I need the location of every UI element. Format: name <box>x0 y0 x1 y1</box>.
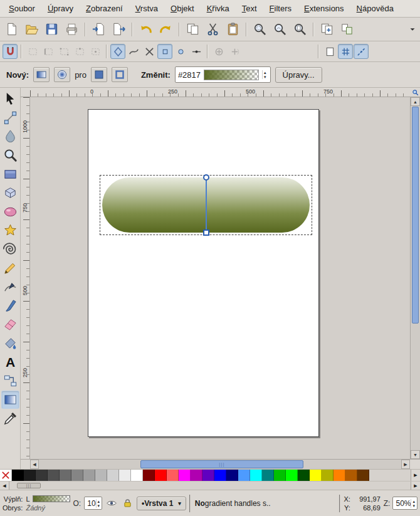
scroll-right-arrow[interactable]: ▶ <box>401 460 410 469</box>
snap-nodes-button[interactable] <box>110 44 125 59</box>
zoom-selection-button[interactable] <box>250 19 270 39</box>
opacity-spinbox[interactable]: 10 ▴▾ <box>84 497 102 510</box>
enable-snapping-button[interactable] <box>3 44 18 59</box>
snap-smooth-nodes-button[interactable] <box>173 44 188 59</box>
scroll-left-arrow[interactable]: ◀ <box>30 460 39 469</box>
print-document-button[interactable] <box>62 19 81 39</box>
tweak-tool-button[interactable] <box>1 127 19 145</box>
toolbar-overflow-chevron[interactable] <box>407 22 418 37</box>
palette-swatch[interactable] <box>179 470 191 481</box>
gradient-combo-spinner[interactable]: ▴▾ <box>262 70 268 79</box>
star-tool-button[interactable] <box>1 221 19 240</box>
canvas[interactable] <box>30 97 410 459</box>
spin-down-icon[interactable]: ▾ <box>264 75 266 79</box>
sticky-zoom-toggle[interactable] <box>410 88 420 97</box>
palette-swatch[interactable] <box>24 470 36 481</box>
palette-swatch[interactable] <box>95 470 107 481</box>
layer-lock-toggle[interactable] <box>121 497 134 510</box>
spiral-tool-button[interactable] <box>1 240 19 258</box>
palette-swatch[interactable] <box>322 470 333 481</box>
palette-scrollbar[interactable]: ◀ ||| ▶ <box>0 481 420 490</box>
zoom-drawing-button[interactable] <box>270 19 290 39</box>
menu-item[interactable]: Zobrazení <box>80 1 129 16</box>
import-document-button[interactable] <box>89 19 108 39</box>
palette-scrollbar-right-arrow[interactable]: ▶ <box>411 482 420 490</box>
zoom-page-button[interactable] <box>290 19 310 39</box>
horizontal-scrollbar[interactable]: ◀ ||| ▶ <box>30 459 410 469</box>
palette-swatch[interactable] <box>191 470 202 481</box>
paste-button[interactable] <box>223 19 243 39</box>
pen-tool-button[interactable] <box>1 278 19 296</box>
zoom-value[interactable]: 50% <box>396 499 411 508</box>
snap-path-intersections-button[interactable] <box>142 44 157 59</box>
snap-to-grid-button[interactable] <box>338 44 353 59</box>
vertical-scroll-thumb[interactable] <box>412 107 419 324</box>
copy-button[interactable] <box>183 19 202 39</box>
vertical-scrollbar[interactable]: ▲ ▼ <box>410 97 420 459</box>
palette-swatch[interactable] <box>286 470 298 481</box>
snap-bbox-centers-button[interactable] <box>88 44 103 59</box>
save-document-button[interactable] <box>42 19 61 39</box>
undo-button[interactable] <box>136 19 155 39</box>
zoom-spinner[interactable]: ▴▾ <box>411 499 416 508</box>
palette-scrollbar-trough[interactable] <box>41 482 411 490</box>
palette-swatch[interactable] <box>262 470 274 481</box>
vertical-ruler[interactable]: 1000 750 500 250 <box>21 97 30 459</box>
layer-selector[interactable]: •Vrstva 1 ▾ <box>137 497 186 510</box>
fill-gradient-swatch[interactable] <box>33 495 70 502</box>
palette-swatch[interactable] <box>36 470 48 481</box>
menu-item[interactable]: Vrstva <box>129 1 164 16</box>
snap-bbox-corners-button[interactable] <box>56 44 71 59</box>
snap-bounding-box-button[interactable] <box>25 44 40 59</box>
redo-button[interactable] <box>156 19 176 39</box>
snap-to-guides-button[interactable] <box>354 44 369 59</box>
palette-swatch[interactable] <box>238 470 250 481</box>
palette-swatch[interactable] <box>12 470 24 481</box>
spin-down-icon[interactable]: ▾ <box>412 503 415 508</box>
connector-tool-button[interactable] <box>1 372 19 390</box>
zoom-spinbox[interactable]: 50% ▴▾ <box>392 497 417 510</box>
palette-swatch[interactable] <box>298 470 310 481</box>
palette-swatch[interactable] <box>48 470 60 481</box>
spin-down-icon[interactable]: ▾ <box>98 503 100 508</box>
gradient-select-combo[interactable]: #2817 ▴▾ <box>175 66 271 83</box>
opacity-spinner[interactable]: ▴▾ <box>96 499 102 508</box>
palette-swatch[interactable] <box>83 470 95 481</box>
linear-gradient-button[interactable] <box>33 67 50 82</box>
palette-swatch[interactable] <box>60 470 71 481</box>
palette-swatch[interactable] <box>274 470 286 481</box>
spin-up-icon[interactable]: ▴ <box>264 70 266 75</box>
horizontal-ruler[interactable]: 0 250 500 750 <box>30 88 410 97</box>
scroll-down-arrow[interactable]: ▼ <box>411 450 420 459</box>
gradient-on-fill-button[interactable] <box>91 67 107 82</box>
palette-swatch[interactable] <box>357 470 369 481</box>
palette-swatch[interactable] <box>143 470 155 481</box>
palette-swatch[interactable] <box>226 470 238 481</box>
horizontal-scroll-trough[interactable]: ||| <box>39 460 401 469</box>
menu-item[interactable]: Objekt <box>164 1 201 16</box>
palette-swatch[interactable] <box>333 470 345 481</box>
no-color-swatch[interactable] <box>0 470 12 481</box>
spin-up-icon[interactable]: ▴ <box>412 499 415 503</box>
snap-line-midpoints-button[interactable] <box>189 44 204 59</box>
export-document-button[interactable] <box>109 19 129 39</box>
menu-item[interactable]: Extensions <box>298 1 350 16</box>
pencil-tool-button[interactable] <box>1 259 19 277</box>
eraser-tool-button[interactable] <box>1 315 19 334</box>
calligraphy-tool-button[interactable] <box>1 297 19 315</box>
gradient-line[interactable] <box>206 177 207 233</box>
gradient-tool-button[interactable] <box>1 391 19 409</box>
palette-scrollbar-thumb[interactable]: ||| <box>17 483 41 488</box>
page[interactable] <box>88 109 319 437</box>
menu-item[interactable]: Soubor <box>3 1 41 16</box>
gradient-end-handle[interactable] <box>203 174 209 181</box>
palette-swatch[interactable] <box>345 470 357 481</box>
palette-swatch[interactable] <box>155 470 167 481</box>
palette-swatch[interactable] <box>250 470 262 481</box>
palette-swatch[interactable] <box>119 470 131 481</box>
palette-swatch[interactable] <box>71 470 83 481</box>
new-document-button[interactable] <box>2 19 21 39</box>
palette-swatch[interactable] <box>107 470 119 481</box>
palette-swatch[interactable] <box>310 470 322 481</box>
menu-item[interactable]: Filters <box>263 1 298 16</box>
